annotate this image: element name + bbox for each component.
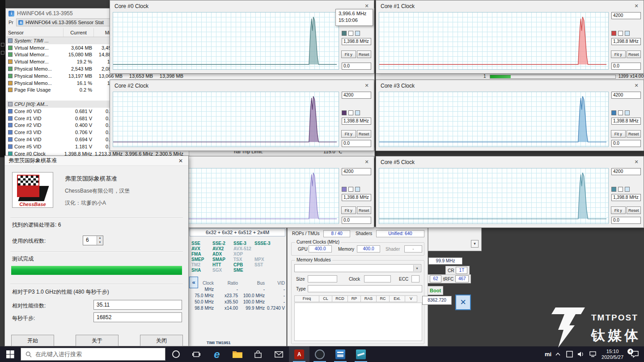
swatch-3[interactable] [355, 110, 360, 115]
clock-graph[interactable] [379, 168, 609, 224]
clock-value[interactable] [364, 275, 391, 282]
taskbar-app-dark[interactable] [309, 346, 330, 362]
taskbar-app-edge[interactable]: e [207, 346, 227, 362]
close-icon[interactable] [633, 82, 640, 89]
tray-ime-indicator[interactable] [564, 346, 575, 362]
task-view-button[interactable] [186, 346, 207, 362]
v-header[interactable]: V [405, 295, 417, 302]
close-icon[interactable] [363, 158, 370, 165]
shaders-value[interactable]: Unified: 640 [376, 230, 424, 237]
close-icon[interactable] [633, 2, 640, 9]
swatch-2[interactable] [618, 187, 623, 192]
swatch-2[interactable] [618, 110, 623, 115]
y-max-value[interactable]: 4200 [342, 168, 371, 175]
y-max-value[interactable]: 4200 [611, 12, 641, 19]
close-icon[interactable] [633, 158, 640, 165]
swatch-2[interactable] [348, 31, 353, 36]
clock-graph[interactable] [113, 12, 339, 70]
clock-graph[interactable] [113, 92, 339, 147]
swatch-2[interactable] [618, 31, 623, 36]
shader-clock-value[interactable]: - [404, 245, 422, 253]
memory-module-dropdown[interactable] [294, 264, 421, 272]
rp-header[interactable]: RP [347, 295, 361, 302]
column-current[interactable]: Current [64, 28, 94, 37]
swatch-3[interactable] [355, 187, 360, 192]
ras-header[interactable]: RAS [360, 295, 377, 302]
swatch-3[interactable] [355, 31, 360, 36]
series-color-swatch[interactable] [611, 31, 616, 36]
fit-y-button[interactable]: Fit y [611, 206, 626, 214]
y-min-value[interactable]: 0.0 [611, 140, 641, 147]
taskbar-app-file-explorer[interactable] [227, 346, 248, 362]
about-button[interactable]: 关于 [76, 335, 119, 346]
mi-tray-icon[interactable]: mi [545, 351, 551, 358]
clock-graph[interactable] [379, 12, 609, 70]
close-icon[interactable] [455, 295, 471, 310]
cortana-button[interactable] [165, 346, 186, 362]
fit-y-button[interactable]: Fit y [611, 51, 626, 58]
rops-value[interactable]: 8 / 40 [323, 230, 350, 237]
taskbar-app-mail[interactable] [268, 346, 289, 362]
gpu-clock-value[interactable]: 400.0 [309, 245, 332, 253]
y-min-value[interactable]: 0.0 [342, 217, 371, 224]
stepper-down-icon[interactable] [97, 240, 103, 245]
y-max-value[interactable]: 4200 [611, 92, 641, 99]
swatch-2[interactable] [348, 110, 353, 115]
taskbar-app-adobe[interactable]: A [289, 346, 309, 362]
y-min-value[interactable]: 0.0 [611, 63, 641, 70]
cl-header[interactable]: CL [319, 295, 332, 302]
reset-button[interactable]: Reset [627, 206, 641, 214]
tray-network[interactable] [587, 346, 598, 362]
chevron-down-icon[interactable] [471, 240, 479, 248]
series-color-swatch[interactable] [342, 110, 347, 115]
y-min-value[interactable]: 0.0 [342, 140, 371, 147]
fit-y-button[interactable]: Fit y [341, 51, 356, 58]
tray-clock[interactable]: 15:10 2020/5/27 [602, 349, 623, 360]
swatch-3[interactable] [625, 110, 630, 115]
reset-button[interactable]: Reset [357, 51, 372, 58]
start-button[interactable] [0, 346, 21, 362]
reset-button[interactable]: Reset [357, 206, 372, 214]
type-value[interactable] [308, 285, 422, 292]
menu-fragment[interactable]: Pr [8, 20, 13, 25]
series-color-swatch[interactable] [611, 187, 616, 192]
rc-header[interactable]: RC [376, 295, 390, 302]
reset-button[interactable]: Reset [627, 130, 641, 138]
fit-y-button[interactable]: Fit y [341, 130, 356, 138]
taskbar-app-cpuz[interactable] [330, 346, 351, 362]
y-min-value[interactable]: 0.0 [342, 63, 371, 70]
column-sensor[interactable]: Sensor [6, 28, 64, 37]
swatch-3[interactable] [625, 187, 630, 192]
reset-button[interactable]: Reset [357, 130, 372, 138]
freq-header[interactable]: Freq [294, 295, 319, 302]
action-center-button[interactable]: 4 [627, 346, 642, 362]
memory-clock-value[interactable]: 400.0 [357, 245, 380, 253]
reset-button[interactable]: Reset [627, 51, 641, 58]
series-color-swatch[interactable] [611, 110, 616, 115]
close-icon[interactable] [363, 2, 370, 9]
close-icon[interactable] [177, 157, 185, 164]
fit-y-button[interactable]: Fit y [611, 130, 626, 138]
start-button[interactable]: 开始 [11, 335, 54, 346]
y-max-value[interactable]: 4200 [342, 92, 371, 99]
ext-header[interactable]: Ext. [389, 295, 405, 302]
stepper-up-icon[interactable] [97, 236, 103, 240]
threads-stepper[interactable]: 6 [83, 236, 103, 245]
swatch-2[interactable] [348, 187, 353, 192]
y-min-value[interactable]: 0.0 [611, 217, 641, 224]
ecc-checkbox[interactable] [411, 275, 419, 282]
tray-expand-button[interactable] [552, 346, 563, 362]
rcd-header[interactable]: RCD [332, 295, 348, 302]
clock-graph[interactable] [379, 92, 609, 147]
close-button[interactable]: 关闭 [140, 335, 183, 346]
chevron-down-icon[interactable] [413, 265, 420, 271]
series-color-swatch[interactable] [342, 31, 347, 36]
close-icon[interactable] [363, 82, 370, 89]
search-input[interactable]: 在此键入进行搜索 [21, 348, 165, 361]
fit-y-button[interactable]: Fit y [341, 206, 356, 214]
tray-volume[interactable] [576, 346, 586, 362]
size-value[interactable] [308, 275, 337, 282]
series-color-swatch[interactable] [342, 187, 347, 192]
taskbar-app-hwinfo[interactable] [351, 346, 371, 362]
chevron-left-double-icon[interactable] [189, 277, 198, 288]
